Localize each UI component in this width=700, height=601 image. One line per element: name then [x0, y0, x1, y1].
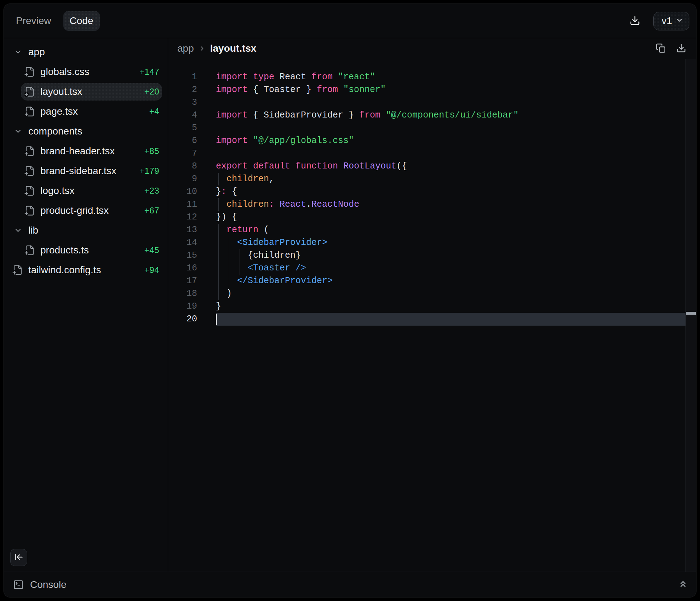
line-number: 1 — [168, 71, 197, 84]
line-number: 4 — [168, 109, 197, 122]
code-area[interactable]: 1import type React from "react"2import {… — [168, 59, 696, 572]
tab-code[interactable]: Code — [63, 11, 100, 31]
line-number: 6 — [168, 134, 197, 147]
sidebar-item-tailwind-config-ts[interactable]: tailwind.config.ts+94 — [4, 260, 168, 280]
code-line-17[interactable]: 17 </SidebarProvider> — [168, 275, 696, 287]
item-label: lib — [28, 225, 38, 236]
line-content: return ( — [197, 224, 696, 236]
sidebar-item-layout-tsx[interactable]: layout.tsx+20 — [4, 82, 168, 102]
line-number: 20 — [168, 313, 197, 326]
diff-count: +4 — [149, 107, 159, 116]
file-diff-icon — [24, 67, 35, 77]
diff-count: +23 — [144, 186, 159, 196]
indent-guide — [240, 262, 240, 275]
sidebar-item-lib[interactable]: lib — [4, 221, 168, 240]
chevron-down-icon — [14, 226, 22, 235]
code-editor: app layout.tsx — [168, 38, 696, 572]
line-content: }: { — [197, 185, 696, 198]
line-number: 10 — [168, 185, 197, 198]
expand-console-button[interactable] — [678, 579, 688, 590]
version-dropdown[interactable]: v1 — [653, 12, 689, 30]
sidebar-item-components[interactable]: components — [4, 121, 168, 141]
file-diff-icon — [24, 205, 35, 216]
chevron-down-icon — [676, 15, 683, 27]
download-project-button[interactable] — [630, 15, 640, 27]
code-line-10[interactable]: 10}: { — [168, 185, 696, 198]
line-number: 11 — [168, 198, 197, 211]
line-content: children, — [197, 173, 696, 185]
line-number: 5 — [168, 122, 197, 134]
code-line-3[interactable]: 3 — [168, 96, 696, 109]
code-line-5[interactable]: 5 — [168, 122, 696, 134]
sidebar-item-product-grid-tsx[interactable]: product-grid.tsx+67 — [4, 201, 168, 221]
download-file-button[interactable] — [676, 43, 686, 54]
item-label: brand-sidebar.tsx — [40, 165, 116, 177]
file-diff-icon — [24, 245, 35, 256]
indent-guide — [218, 236, 219, 249]
code-line-6[interactable]: 6import "@/app/globals.css" — [168, 134, 696, 147]
code-line-13[interactable]: 13 return ( — [168, 224, 696, 236]
code-line-16[interactable]: 16 <Toaster /> — [168, 262, 696, 275]
download-icon — [630, 15, 640, 27]
code-line-14[interactable]: 14 <SidebarProvider> — [168, 236, 696, 249]
item-label: products.ts — [40, 245, 89, 256]
item-label: components — [28, 126, 82, 137]
panel-left-close-icon — [14, 553, 23, 563]
code-line-1[interactable]: 1import type React from "react" — [168, 71, 696, 84]
sidebar-item-products-ts[interactable]: products.ts+45 — [4, 240, 168, 260]
file-tree: appglobals.css+147layout.tsx+20page.tsx+… — [4, 42, 168, 280]
code-line-15[interactable]: 15 {children} — [168, 249, 696, 262]
indent-guide — [229, 236, 229, 249]
console-label: Console — [30, 579, 67, 590]
code-line-8[interactable]: 8export default function RootLayout({ — [168, 160, 696, 173]
copy-code-button[interactable] — [656, 43, 666, 54]
chevron-down-icon — [14, 48, 22, 56]
chevron-down-icon — [14, 127, 22, 136]
code-line-18[interactable]: 18 ) — [168, 287, 696, 300]
sidebar-item-brand-header-tsx[interactable]: brand-header.tsx+85 — [4, 141, 168, 161]
indent-guide — [218, 287, 219, 300]
diff-count: +147 — [139, 67, 159, 77]
top-toolbar: Preview Code v1 — [4, 4, 696, 38]
main-area: appglobals.css+147layout.tsx+20page.tsx+… — [4, 38, 696, 572]
file-tree-sidebar: appglobals.css+147layout.tsx+20page.tsx+… — [4, 38, 168, 572]
tab-code-label: Code — [70, 15, 93, 27]
line-content — [197, 122, 696, 134]
line-number: 8 — [168, 160, 197, 173]
terminal-icon — [13, 579, 24, 590]
console-bar[interactable]: Console — [4, 572, 696, 597]
line-content: import type React from "react" — [197, 71, 696, 84]
line-content: <Toaster /> — [197, 262, 696, 275]
code-line-7[interactable]: 7 — [168, 147, 696, 160]
file-diff-icon — [24, 185, 35, 196]
line-number: 12 — [168, 211, 197, 224]
line-number: 16 — [168, 262, 197, 275]
line-number: 3 — [168, 96, 197, 109]
line-content: import { SidebarProvider } from "@/compo… — [197, 109, 696, 122]
item-label: page.tsx — [40, 106, 78, 117]
code-line-9[interactable]: 9 children, — [168, 173, 696, 185]
tab-preview[interactable]: Preview — [16, 15, 51, 27]
code-line-4[interactable]: 4import { SidebarProvider } from "@/comp… — [168, 109, 696, 122]
sidebar-item-brand-sidebar-tsx[interactable]: brand-sidebar.tsx+179 — [4, 161, 168, 181]
collapse-sidebar-button[interactable] — [10, 549, 27, 566]
code-line-19[interactable]: 19} — [168, 300, 696, 313]
line-number: 17 — [168, 275, 197, 287]
code-line-11[interactable]: 11 children: React.ReactNode — [168, 198, 696, 211]
indent-guide — [218, 198, 219, 211]
code-line-12[interactable]: 12}) { — [168, 211, 696, 224]
diff-count: +67 — [144, 206, 159, 216]
sidebar-item-app[interactable]: app — [4, 42, 168, 62]
sidebar-item-logo-tsx[interactable]: logo.tsx+23 — [4, 181, 168, 201]
line-content: ) — [197, 287, 696, 300]
code-line-20[interactable]: 20 — [168, 313, 696, 326]
version-label: v1 — [661, 15, 672, 27]
editor-actions — [656, 38, 686, 59]
sidebar-item-globals-css[interactable]: globals.css+147 — [4, 62, 168, 82]
code-line-2[interactable]: 2import { Toaster } from "sonner" — [168, 84, 696, 96]
sidebar-item-page-tsx[interactable]: page.tsx+4 — [4, 102, 168, 121]
line-number: 14 — [168, 236, 197, 249]
file-diff-icon — [24, 166, 35, 176]
breadcrumb-folder[interactable]: app — [177, 43, 194, 54]
line-content — [197, 147, 696, 160]
